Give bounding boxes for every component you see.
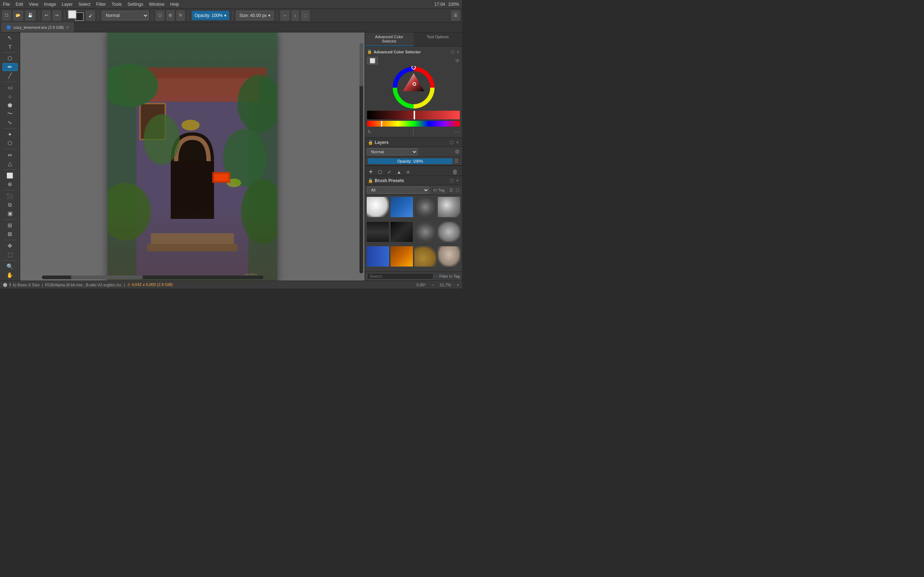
v-scrollbar-thumb[interactable]	[360, 43, 363, 87]
copy-layer-btn[interactable]: ⬡	[376, 168, 384, 176]
brush-list-view-btn[interactable]: ☰	[449, 187, 454, 193]
brush-preset-btn[interactable]: 🖌	[86, 10, 95, 21]
color-wheel[interactable]	[392, 66, 435, 109]
filter-in-tag-toggle[interactable]: ✔ Filter in Tag	[435, 274, 460, 279]
color-selector-grid-btn[interactable]: ⬜	[367, 57, 378, 64]
menu-view[interactable]: View	[29, 2, 38, 7]
open-file-btn[interactable]: 📂	[13, 10, 23, 21]
line-tool-btn[interactable]: ╱	[3, 72, 18, 80]
freehand-path-btn[interactable]: 〜	[3, 110, 18, 118]
freehand-selection-btn[interactable]: ⬡	[3, 55, 18, 62]
transform-tool-btn[interactable]: ⇔	[3, 151, 18, 159]
similar-selection-btn[interactable]: ⊠	[3, 230, 18, 238]
measure-tool-btn[interactable]: △	[3, 160, 18, 168]
brush-item-11[interactable]	[414, 246, 437, 267]
menu-help[interactable]: Help	[170, 2, 179, 7]
menu-filter[interactable]: Filter	[96, 2, 106, 7]
layers-detach-btn[interactable]: ⬡	[449, 139, 454, 145]
brush-tag-filter-select[interactable]: All	[367, 187, 429, 193]
move-layer-up-btn[interactable]: ▲	[395, 168, 404, 176]
brush-grid-view-btn[interactable]: ⬡	[455, 187, 460, 193]
layout-btn[interactable]: ⬚	[301, 10, 310, 21]
color-refresh-btn[interactable]: ↻	[367, 129, 372, 135]
status-info-btn[interactable]: ℹ	[10, 282, 11, 287]
brush-item-12[interactable]	[438, 246, 460, 267]
undo-btn[interactable]: ↩	[42, 10, 50, 21]
save-file-btn[interactable]: 💾	[25, 10, 36, 21]
layers-close-btn[interactable]: ×	[456, 139, 459, 145]
menu-image[interactable]: Image	[44, 2, 56, 7]
color-sampler-btn[interactable]: ⊕	[3, 180, 18, 188]
brush-tag-btn[interactable]: 🏷 Tag	[431, 187, 447, 193]
brush-search-input[interactable]	[367, 273, 433, 279]
menu-select[interactable]: Select	[78, 2, 90, 7]
assistant-tool-btn[interactable]: ✦	[3, 131, 18, 139]
foreground-color-swatch[interactable]	[68, 10, 76, 19]
gradient-tool-btn[interactable]: ▣	[3, 210, 18, 218]
color-expand-btn[interactable]: ⋯	[454, 129, 460, 135]
brush-presets-close-btn[interactable]: ×	[456, 177, 459, 184]
status-zoom-out-btn[interactable]: −	[432, 283, 434, 287]
add-layer-btn[interactable]: +	[367, 167, 375, 176]
brush-item-5[interactable]	[366, 221, 389, 242]
brush-presets-detach-btn[interactable]: ⬡	[449, 177, 454, 184]
brush-item-6[interactable]	[390, 221, 413, 242]
crop-tool-btn[interactable]: ⬚	[3, 251, 18, 259]
layer-blend-mode-select[interactable]: Normal	[367, 148, 418, 155]
size-dropdown-icon[interactable]: ▾	[268, 13, 270, 18]
color-wheel-container[interactable]	[367, 66, 460, 109]
vertical-scrollbar[interactable]	[360, 43, 363, 273]
hue-handle[interactable]	[381, 121, 382, 127]
tab-close-btn[interactable]: ×	[66, 24, 69, 30]
preserve-alpha-btn[interactable]: ⧉	[166, 10, 174, 21]
brush-item-7[interactable]	[414, 221, 437, 242]
blend-mode-select[interactable]: Normal	[102, 11, 149, 20]
layers-opacity-menu-btn[interactable]: ☰	[454, 158, 459, 164]
size-control[interactable]: Size: 40.00 px ▾	[236, 11, 274, 20]
filter-checkbox[interactable]: ✔	[435, 274, 438, 279]
ellipse-tool-btn[interactable]: ○	[3, 92, 18, 100]
gradient-handle[interactable]	[414, 111, 415, 119]
brush-item-3[interactable]	[414, 197, 437, 218]
brush-item-4[interactable]	[438, 197, 460, 218]
smart-fill-btn[interactable]: ⧉	[3, 201, 18, 209]
color-selector-close-btn[interactable]: ×	[456, 49, 460, 55]
refresh-btn[interactable]: ↻	[176, 10, 185, 21]
value-gradient-bar[interactable]	[367, 111, 460, 119]
contiguous-selection-btn[interactable]: ⊞	[3, 221, 18, 229]
horizontal-scrollbar[interactable]	[42, 276, 263, 279]
new-document-btn[interactable]: ☐	[2, 10, 11, 21]
dynamic-brush-btn[interactable]: ∿	[3, 119, 18, 127]
rectangle-tool-btn[interactable]: ▭	[3, 84, 18, 92]
color-swatches[interactable]	[68, 10, 84, 21]
opacity-dropdown-icon[interactable]: ▾	[224, 13, 226, 18]
brush-item-1[interactable]	[366, 197, 389, 218]
mirror-v-btn[interactable]: ↕	[292, 10, 299, 21]
move-tool-btn[interactable]: ✥	[3, 242, 18, 250]
status-zoom-in-btn[interactable]: +	[457, 283, 459, 287]
layer-properties-btn[interactable]: ≡	[405, 168, 411, 176]
menu-tools[interactable]: Tools	[111, 2, 122, 7]
tab-tool-options[interactable]: Tool Options	[414, 32, 462, 46]
brush-item-9[interactable]	[366, 246, 389, 267]
menu-file[interactable]: File	[3, 2, 10, 7]
mirror-h-btn[interactable]: ↔	[281, 10, 289, 21]
paint-brush-btn[interactable]: ✏	[3, 63, 18, 71]
layers-filter-btn[interactable]: ⚙	[454, 148, 460, 155]
color-selector-detach-btn[interactable]: ⬡	[450, 49, 455, 55]
canvas-image[interactable]: wotry	[108, 32, 277, 280]
canvas-area[interactable]: wotry	[20, 32, 365, 280]
delete-layer-btn[interactable]: 🗑	[451, 168, 460, 176]
opacity-control[interactable]: Opacity: 100% ▾	[192, 11, 229, 20]
selection-tool-btn[interactable]: ↖	[3, 34, 18, 42]
status-record-btn[interactable]: ⬤	[3, 282, 7, 287]
merge-down-btn[interactable]: ✓	[386, 168, 393, 176]
canvas-container[interactable]: wotry	[108, 32, 277, 280]
hue-bar[interactable]	[367, 121, 460, 127]
menu-layer[interactable]: Layer	[62, 2, 73, 7]
document-tab[interactable]: cozy_tenement.kra (2.9 GiB) ×	[2, 23, 74, 32]
fill-tool-btn[interactable]: ⬛	[3, 192, 18, 200]
tab-advanced-color-selector[interactable]: Advanced Color Selector	[365, 32, 414, 46]
menu-settings[interactable]: Settings	[128, 2, 143, 7]
menu-edit[interactable]: Edit	[16, 2, 23, 7]
